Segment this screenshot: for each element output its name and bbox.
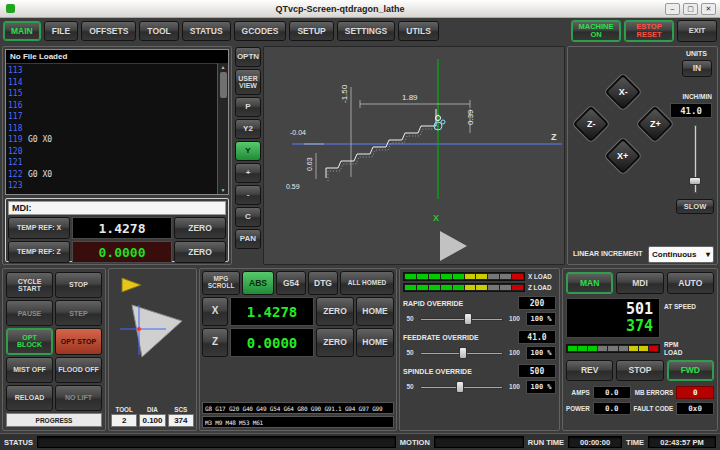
pan-button[interactable]: PAN (235, 229, 261, 249)
pause-button[interactable]: PAUSE (6, 300, 53, 326)
slider-handle[interactable] (689, 177, 701, 185)
linear-increment-select[interactable]: Continuous ▾ (648, 246, 714, 263)
x-zero-button[interactable]: ZERO (316, 297, 354, 326)
units-toggle-button[interactable]: IN (682, 60, 712, 77)
dim-c-label: 0.59 (286, 183, 300, 190)
gcode-viewer[interactable]: No File Loaded 113114115116117118119G0 X… (5, 49, 229, 195)
abs-button[interactable]: ABS (242, 271, 274, 295)
spindle-fwd-button[interactable]: FWD (667, 360, 714, 381)
jog-z-plus-button[interactable]: Z+ (637, 106, 674, 143)
machine-on-button[interactable]: MACHINE ON (571, 20, 621, 42)
spindle-rev-button[interactable]: REV (566, 360, 613, 381)
spindle-mode-panel: MAN MDI AUTO 501 374 AT SPEED RPM LOAD R… (562, 268, 718, 431)
tab-main[interactable]: MAIN (3, 21, 41, 41)
mist-button[interactable]: MIST OFF (6, 357, 53, 383)
reload-button[interactable]: RELOAD (6, 385, 53, 411)
gcode-line: 121 (8, 157, 226, 169)
no-lift-button[interactable]: NO LIFT (55, 385, 102, 411)
tool-number-value: 2 (111, 414, 137, 427)
clear-view-button[interactable]: C (235, 207, 261, 227)
meter-segment (441, 285, 452, 290)
all-homed-button[interactable]: ALL HOMED (340, 271, 394, 295)
feed-override-slider[interactable] (420, 346, 503, 360)
cycle-start-button[interactable]: CYCLE START (6, 272, 53, 298)
mdi-mode-button[interactable]: MDI (616, 272, 663, 294)
spindle-override-slider[interactable] (420, 380, 503, 394)
scroll-up-icon[interactable]: ▲ (221, 64, 226, 70)
estop-reset-button[interactable]: ESTOP RESET (624, 20, 674, 42)
auto-mode-button[interactable]: AUTO (667, 272, 714, 294)
minimize-icon[interactable]: – (665, 3, 680, 15)
tool-scs-label: SCS (168, 406, 194, 413)
temp-ref-x-button[interactable]: TEMP REF: X (8, 217, 70, 239)
scroll-down-icon[interactable]: ▼ (221, 187, 226, 193)
rapid-override-slider[interactable] (420, 312, 503, 326)
x-home-button[interactable]: HOME (356, 297, 394, 326)
fault-code-value: 0x0 (676, 402, 714, 415)
zoom-out-button[interactable]: - (235, 185, 261, 205)
dim-a-label: -0.04 (290, 129, 306, 136)
tab-status[interactable]: STATUS (182, 21, 231, 41)
mpg-scroll-button[interactable]: MPG SCROLL (202, 271, 240, 295)
spindle-stop-button[interactable]: STOP (616, 360, 663, 381)
zoom-in-button[interactable]: + (235, 163, 261, 183)
tab-offsets[interactable]: OFFSETS (81, 21, 136, 41)
tool-dia-value: 0.100 (139, 414, 165, 427)
z-axis-button[interactable]: Z (202, 328, 228, 357)
tab-file[interactable]: FILE (44, 21, 78, 41)
tab-gcodes[interactable]: GCODES (234, 21, 287, 41)
tab-setup[interactable]: SETUP (289, 21, 333, 41)
slider-handle[interactable] (456, 381, 464, 393)
slider-handle[interactable] (459, 347, 467, 359)
optional-stop-button[interactable]: OPT STOP (55, 328, 102, 354)
zero-x-button[interactable]: ZERO (174, 217, 226, 239)
flood-button[interactable]: FLOOD OFF (55, 357, 102, 383)
z-home-button[interactable]: HOME (356, 328, 394, 357)
z-zero-button[interactable]: ZERO (316, 328, 354, 357)
manual-mode-button[interactable]: MAN (566, 272, 613, 294)
spindle-rpm-meter (566, 344, 660, 353)
jog-rate-slider[interactable] (689, 125, 701, 193)
x-axis-button[interactable]: X (202, 297, 228, 326)
optional-block-button[interactable]: OPT BLOCK (6, 328, 53, 354)
close-icon[interactable]: ✕ (701, 3, 716, 15)
gremlin-preview-canvas[interactable]: 1.89 0.39 -1.50 -0.04 0.63 0.59 Z X (264, 47, 564, 264)
y2-view-button[interactable]: Y2 (235, 119, 261, 139)
gcode-lines[interactable]: 113114115116117118119G0 X0120121122G0 X0… (6, 64, 228, 193)
temp-ref-z-button[interactable]: TEMP REF: Z (8, 241, 70, 263)
feed-override-value: 41.0 (518, 330, 556, 344)
meter-segment (405, 285, 416, 290)
slider-handle[interactable] (464, 313, 472, 325)
tool-number-label: TOOL (111, 406, 137, 413)
maximize-icon[interactable]: ▢ (683, 3, 698, 15)
jog-z-minus-button[interactable]: Z- (573, 106, 610, 143)
view-options-button[interactable]: OPTN (235, 47, 261, 67)
chevron-down-icon: ▾ (706, 250, 710, 259)
spindle-commanded-rpm: 501 (626, 301, 653, 318)
y-view-button[interactable]: Y (235, 141, 261, 161)
user-view-button[interactable]: USER VIEW (235, 69, 261, 95)
mdi-label: MDI: (12, 203, 32, 213)
meter-segment (488, 274, 499, 279)
exit-button[interactable]: EXIT (677, 20, 717, 42)
slow-jog-button[interactable]: SLOW (676, 199, 714, 214)
status-message-field (37, 436, 396, 448)
gcode-scrollbar[interactable]: ▲ ▼ (217, 63, 228, 194)
preview-background (264, 47, 564, 264)
g54-button[interactable]: G54 (276, 271, 306, 295)
scrollbar-thumb[interactable] (220, 72, 227, 98)
time-label: TIME (626, 438, 644, 447)
tab-tool[interactable]: TOOL (139, 21, 178, 41)
tab-utils[interactable]: UTILS (398, 21, 439, 41)
dtg-button[interactable]: DTG (308, 271, 338, 295)
zero-z-button[interactable]: ZERO (174, 241, 226, 263)
meter-segment (417, 285, 428, 290)
program-stop-button[interactable]: STOP (55, 272, 102, 298)
p-view-button[interactable]: P (235, 97, 261, 117)
spindle-percent-value: 100 % (526, 380, 556, 394)
jog-x-minus-button[interactable]: X- (605, 74, 642, 111)
step-button[interactable]: STEP (55, 300, 102, 326)
tab-settings[interactable]: SETTINGS (337, 21, 396, 41)
jog-x-plus-button[interactable]: X+ (605, 138, 642, 175)
mdi-input[interactable]: MDI: (8, 201, 226, 215)
